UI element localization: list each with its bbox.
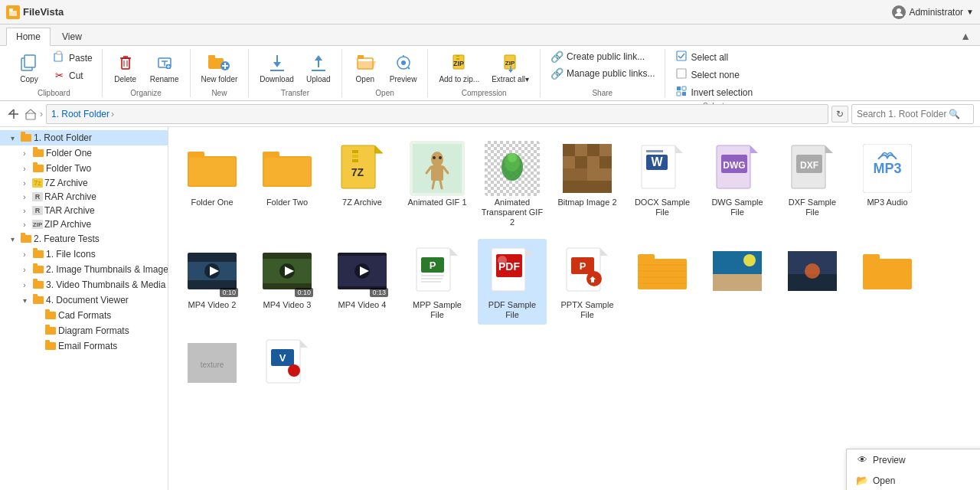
file-dxf[interactable]: DXF DXF Sample File bbox=[778, 136, 847, 233]
manage-public-links-button[interactable]: 🔗 Manage public links... bbox=[547, 66, 658, 81]
sidebar-item-rar[interactable]: › R RAR Archive bbox=[0, 190, 168, 204]
sidebar-item-folder2[interactable]: › Folder Two bbox=[0, 161, 168, 176]
extract-all-button[interactable]: ZIP Extract all▾ bbox=[487, 49, 534, 85]
file-bitmap[interactable]: Bitmap Image 2 bbox=[553, 136, 622, 233]
file-folder-yellow[interactable] bbox=[853, 239, 922, 325]
tree-toggle-7z[interactable]: › bbox=[18, 179, 31, 188]
tree-toggle-feature[interactable]: ▾ bbox=[6, 235, 18, 243]
folder-icon-email bbox=[44, 340, 57, 352]
file-label-pdf: PDF Sample File bbox=[481, 300, 544, 320]
file-gif1[interactable]: Animated GIF 1 bbox=[403, 136, 472, 233]
sidebar-item-tar[interactable]: › R TAR Archive bbox=[0, 204, 168, 217]
upload-button[interactable]: Upload bbox=[302, 49, 335, 85]
select-all-label: Select all bbox=[691, 52, 729, 63]
svg-text:DWG: DWG bbox=[723, 160, 745, 171]
ctx-preview[interactable]: 👁 Preview bbox=[847, 449, 980, 470]
sidebar-item-root[interactable]: ▾ 1. Root Folder bbox=[0, 130, 168, 145]
ribbon-collapse-btn[interactable]: ▲ bbox=[957, 27, 974, 45]
ctx-open[interactable]: 📂 Open bbox=[847, 470, 980, 490]
file-mpp[interactable]: P MPP Sample File bbox=[403, 239, 472, 325]
tree-toggle-tar[interactable]: › bbox=[18, 207, 31, 215]
invert-selection-button[interactable]: Invert selection bbox=[671, 84, 756, 100]
svg-marker-99 bbox=[825, 145, 833, 153]
select-none-button[interactable]: Select none bbox=[671, 67, 756, 83]
svg-rect-133 bbox=[638, 259, 687, 289]
tree-toggle-root[interactable]: ▾ bbox=[6, 134, 18, 142]
refresh-button[interactable]: ↻ bbox=[831, 106, 848, 122]
sidebar-item-video[interactable]: › 3. Video Thumbnails & Media Player bbox=[0, 277, 168, 292]
mpp-thumb: P bbox=[410, 243, 465, 299]
sidebar-item-feature[interactable]: ▾ 2. Feature Tests bbox=[0, 231, 168, 247]
svg-point-127 bbox=[498, 256, 507, 265]
file-img-texture[interactable]: texture bbox=[178, 331, 247, 397]
file-mp4v4[interactable]: 0:13 MP4 Video 4 bbox=[328, 239, 397, 325]
svg-marker-150 bbox=[300, 340, 308, 348]
svg-rect-82 bbox=[563, 156, 575, 168]
tree-toggle-icons[interactable]: › bbox=[18, 250, 31, 259]
tree-toggle-thumbnails[interactable]: › bbox=[18, 266, 31, 274]
download-button[interactable]: Download bbox=[255, 49, 298, 85]
folder-stripe-thumb bbox=[635, 243, 690, 299]
tree-toggle-zip[interactable]: › bbox=[18, 220, 31, 229]
tree-toggle-f2[interactable]: › bbox=[18, 165, 31, 173]
breadcrumb-root[interactable]: 1. Root Folder bbox=[51, 109, 109, 119]
file-pdf[interactable]: PDF PDF Sample File bbox=[478, 239, 547, 325]
svg-rect-6 bbox=[57, 51, 61, 54]
file-mp4v3[interactable]: 0:10 MP4 Video 3 bbox=[253, 239, 322, 325]
open-button[interactable]: Open bbox=[348, 49, 382, 85]
add-to-zip-button[interactable]: ZIP Add to zip... bbox=[434, 49, 484, 85]
file-label-bitmap: Bitmap Image 2 bbox=[557, 198, 616, 207]
paste-button[interactable]: Paste bbox=[49, 49, 96, 67]
sidebar-item-docviewer[interactable]: ▾ 4. Document Viewer bbox=[0, 292, 168, 308]
select-all-button[interactable]: Select all bbox=[671, 49, 756, 65]
file-pptx[interactable]: P PPTX Sample File bbox=[553, 239, 622, 325]
file-folder-stripe[interactable] bbox=[628, 239, 697, 325]
file-gif2[interactable]: Animated Transparent GIF 2 bbox=[478, 136, 547, 233]
tab-view[interactable]: View bbox=[52, 28, 92, 45]
svg-rect-84 bbox=[587, 156, 599, 168]
file-blue-v[interactable]: V bbox=[253, 331, 322, 397]
user-area[interactable]: Administrator ▼ bbox=[892, 5, 974, 19]
tree-toggle-docviewer[interactable]: ▾ bbox=[18, 296, 31, 305]
svg-point-141 bbox=[743, 254, 756, 266]
tree-toggle-rar[interactable]: › bbox=[18, 193, 31, 201]
sidebar-item-zip[interactable]: › ZIP ZIP Archive bbox=[0, 217, 168, 231]
svg-rect-81 bbox=[599, 144, 612, 156]
copy-button[interactable]: Copy bbox=[12, 49, 46, 85]
rename-button[interactable]: Rename bbox=[145, 49, 184, 85]
sidebar-item-folder1[interactable]: › Folder One bbox=[0, 145, 168, 161]
sidebar-item-thumbnails[interactable]: › 2. Image Thumbnails & Image Viewer bbox=[0, 262, 168, 277]
new-folder-button[interactable]: New folder bbox=[197, 49, 243, 85]
sidebar-item-diagram[interactable]: Diagram Formats bbox=[0, 323, 168, 338]
svg-rect-146 bbox=[863, 254, 880, 262]
sidebar-label-root: 1. Root Folder bbox=[34, 132, 92, 143]
tree-toggle-f1[interactable]: › bbox=[18, 149, 31, 158]
ribbon-group-share: 🔗 Create public link... 🔗 Manage public … bbox=[541, 49, 665, 97]
search-icon[interactable]: 🔍 bbox=[949, 109, 960, 119]
sidebar-item-cad[interactable]: Cad Formats bbox=[0, 308, 168, 323]
svg-rect-134 bbox=[638, 254, 655, 262]
share-label: Share bbox=[592, 87, 612, 97]
file-img-sunset[interactable] bbox=[778, 239, 847, 325]
cut-button[interactable]: ✂ Cut bbox=[49, 68, 96, 83]
nav-up-button[interactable] bbox=[6, 106, 21, 122]
preview-button[interactable]: Preview bbox=[385, 49, 422, 85]
file-img-sea[interactable] bbox=[703, 239, 772, 325]
delete-button[interactable]: Delete bbox=[109, 49, 142, 85]
file-mp3[interactable]: MP3 MP3 Audio bbox=[853, 136, 922, 233]
sidebar-item-email[interactable]: Email Formats bbox=[0, 338, 168, 354]
breadcrumb-area: 1. Root Folder › bbox=[46, 104, 828, 124]
create-public-link-button[interactable]: 🔗 Create public link... bbox=[547, 49, 658, 64]
file-mp4v2[interactable]: 0:10 MP4 Video 2 bbox=[178, 239, 247, 325]
file-docx[interactable]: W DOCX Sample File bbox=[628, 136, 697, 233]
tree-toggle-video[interactable]: › bbox=[18, 281, 31, 289]
search-input[interactable] bbox=[857, 109, 949, 119]
file-folder-two[interactable]: Folder Two bbox=[253, 136, 322, 233]
sidebar-item-7z[interactable]: › 7z 7Z Archive bbox=[0, 176, 168, 190]
file-7z[interactable]: 7Z 7Z Archive bbox=[328, 136, 397, 233]
tab-home[interactable]: Home bbox=[6, 28, 51, 46]
file-folder-one[interactable]: Folder One bbox=[178, 136, 247, 233]
file-dwg[interactable]: DWG DWG Sample File bbox=[703, 136, 772, 233]
search-box: 🔍 bbox=[851, 104, 974, 124]
sidebar-item-icons[interactable]: › 1. File Icons bbox=[0, 247, 168, 262]
